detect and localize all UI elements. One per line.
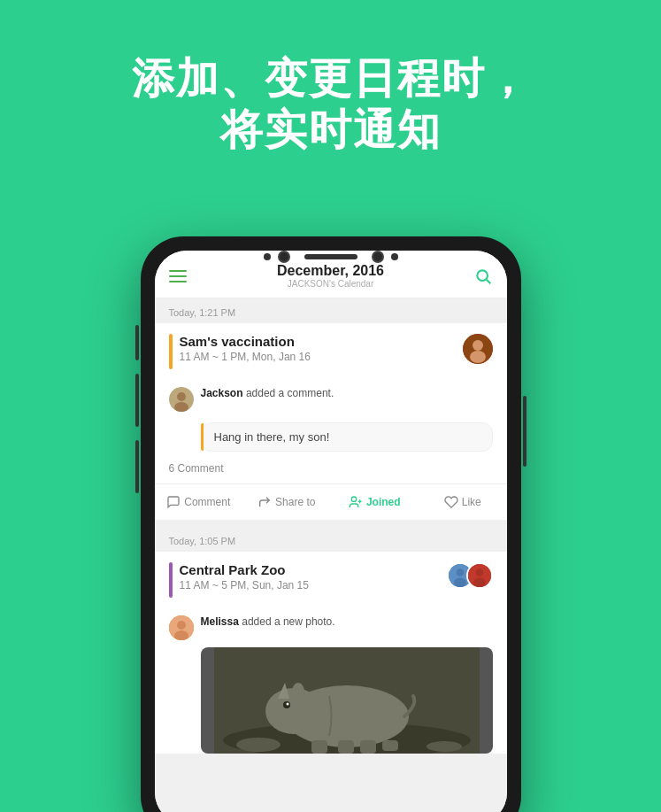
svg-line-1 bbox=[487, 279, 491, 283]
power-button bbox=[523, 396, 526, 467]
phone-camera-bar bbox=[264, 251, 398, 263]
hero-line1: 添加、变更日程时， bbox=[0, 53, 661, 104]
event-2-header: Central Park Zoo 11 AM ~ 5 PM, Sun, Jan … bbox=[169, 562, 493, 598]
jackson-avatar bbox=[169, 387, 194, 412]
hero-line2: 将实时通知 bbox=[0, 104, 661, 156]
volume-down-button bbox=[135, 440, 139, 493]
search-button[interactable] bbox=[474, 267, 492, 285]
event-2-color-bar bbox=[169, 562, 173, 598]
svg-point-26 bbox=[286, 703, 288, 706]
svg-rect-28 bbox=[311, 740, 327, 754]
event-1-color-bar bbox=[169, 334, 173, 369]
event-card-1: Sam's vaccination 11 AM ~ 1 PM, Mon, Jan… bbox=[155, 323, 507, 520]
header-center: December, 2016 JACKSON's Calendar bbox=[277, 263, 384, 289]
svg-rect-29 bbox=[338, 740, 354, 754]
phone-mockup: December, 2016 JACKSON's Calendar Today,… bbox=[141, 236, 521, 812]
phone-body: December, 2016 JACKSON's Calendar Today,… bbox=[141, 236, 521, 812]
hamburger-menu-button[interactable] bbox=[169, 270, 187, 282]
comment-action-1: added a comment. bbox=[246, 387, 334, 399]
sensor-dot bbox=[264, 253, 271, 260]
event-2-title: Central Park Zoo bbox=[180, 562, 309, 577]
speaker bbox=[304, 254, 357, 259]
svg-rect-31 bbox=[382, 740, 398, 751]
svg-point-0 bbox=[478, 270, 488, 281]
svg-point-6 bbox=[177, 392, 186, 401]
comment-area-2: Melissa added a new photo. bbox=[155, 608, 507, 647]
svg-point-16 bbox=[473, 578, 486, 587]
phone-screen: December, 2016 JACKSON's Calendar Today,… bbox=[155, 251, 507, 812]
comment-area-1: Jackson added a comment. bbox=[155, 380, 507, 419]
svg-point-4 bbox=[470, 351, 486, 363]
event-1-avatar bbox=[463, 334, 493, 364]
joined-button[interactable]: Joined bbox=[331, 491, 419, 513]
comment-author-1: Jackson bbox=[201, 387, 243, 399]
svg-point-33 bbox=[427, 741, 462, 752]
event-feed: Today, 1:21 PM Sam's vaccination 11 AM ~… bbox=[155, 298, 507, 812]
comment-count-1: 6 Comment bbox=[155, 459, 507, 483]
timestamp-1: Today, 1:21 PM bbox=[155, 298, 507, 323]
comment-text-1: Jackson added a comment. bbox=[201, 387, 334, 399]
volume-up-button bbox=[135, 374, 139, 427]
calendar-owner: JACKSON's Calendar bbox=[277, 279, 384, 289]
event-2-time: 11 AM ~ 5 PM, Sun, Jan 15 bbox=[180, 579, 309, 592]
event-2-avatars bbox=[447, 562, 493, 589]
event-1-time: 11 AM ~ 1 PM, Mon, Jan 16 bbox=[180, 351, 311, 363]
sensor-dot-2 bbox=[391, 253, 398, 260]
share-button[interactable]: Share to bbox=[242, 491, 331, 513]
comment-action-2: added a new photo. bbox=[242, 615, 334, 628]
melissa-avatar bbox=[169, 615, 194, 640]
svg-point-3 bbox=[473, 340, 483, 351]
like-button[interactable]: Like bbox=[419, 491, 507, 513]
action-bar-1: Comment Share to bbox=[155, 483, 507, 520]
event-card-2: Central Park Zoo 11 AM ~ 5 PM, Sun, Jan … bbox=[155, 552, 507, 754]
event-1-header: Sam's vaccination 11 AM ~ 1 PM, Mon, Jan… bbox=[169, 334, 493, 369]
svg-rect-30 bbox=[360, 740, 376, 754]
svg-point-13 bbox=[454, 578, 466, 587]
comment-bubble-1: Hang in there, my son! bbox=[201, 422, 493, 452]
svg-point-27 bbox=[292, 683, 304, 700]
comment-button[interactable]: Comment bbox=[155, 491, 243, 513]
hero-section: 添加、变更日程时， 将实时通知 bbox=[0, 0, 661, 155]
event-1-title: Sam's vaccination bbox=[180, 334, 311, 349]
avatar-female bbox=[466, 562, 493, 589]
svg-point-12 bbox=[456, 568, 464, 576]
svg-point-18 bbox=[177, 621, 186, 630]
comment-text-2: Melissa added a new photo. bbox=[201, 615, 335, 628]
svg-point-8 bbox=[351, 497, 356, 501]
zoo-photo bbox=[201, 647, 493, 754]
front-camera bbox=[278, 251, 290, 263]
volume-silent-button bbox=[135, 325, 139, 360]
timestamp-2: Today, 1:05 PM bbox=[155, 527, 507, 552]
svg-point-15 bbox=[475, 568, 483, 576]
second-camera bbox=[372, 251, 384, 263]
calendar-title: December, 2016 bbox=[277, 263, 384, 279]
comment-author-2: Melissa bbox=[201, 615, 239, 628]
svg-point-32 bbox=[236, 738, 281, 752]
